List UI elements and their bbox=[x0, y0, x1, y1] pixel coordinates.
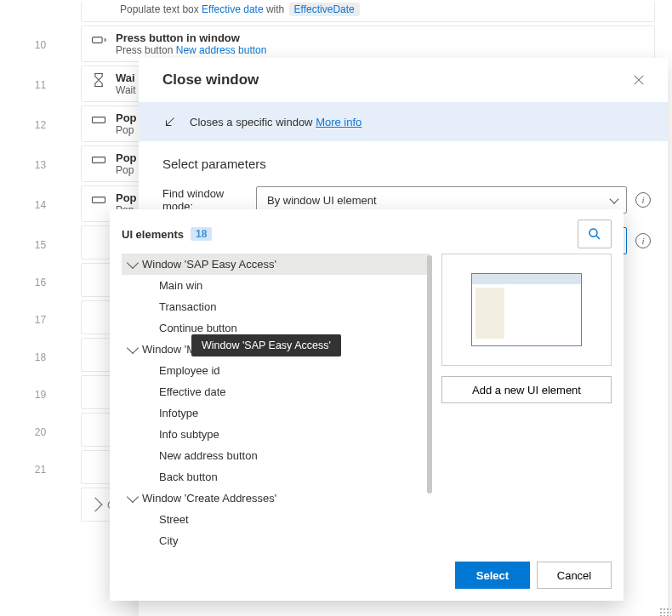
step-sub: Pop bbox=[116, 164, 137, 176]
ui-elements-count-badge: 18 bbox=[191, 227, 212, 241]
press-button-icon bbox=[90, 31, 107, 48]
svg-rect-2 bbox=[93, 157, 105, 163]
tree-item[interactable]: Window 'Create Addresses' bbox=[122, 488, 430, 509]
tree-item[interactable]: Window 'SAP Easy Access' bbox=[122, 254, 430, 275]
tree-item-label: Effective date bbox=[159, 385, 226, 398]
tree-item-label: Street bbox=[159, 513, 189, 526]
step-num: 13 bbox=[0, 144, 81, 171]
step-sub: Wait bbox=[116, 84, 136, 96]
ui-elements-tree: Window 'SAP Easy Access'Main winTransact… bbox=[122, 254, 430, 551]
chevron-down-icon bbox=[127, 491, 139, 503]
tree-item[interactable]: Infotype bbox=[122, 402, 430, 424]
step-num: 17 bbox=[0, 299, 81, 326]
chevron-right-icon bbox=[88, 498, 103, 512]
step-num: 21 bbox=[0, 448, 81, 476]
populate-icon bbox=[90, 111, 107, 128]
step-title: Pop bbox=[116, 191, 137, 204]
tree-item[interactable]: Transaction bbox=[122, 296, 430, 317]
step-num: 19 bbox=[0, 374, 81, 401]
tree-item-label: Transaction bbox=[159, 300, 216, 313]
search-button[interactable] bbox=[578, 220, 612, 248]
find-window-mode-value: By window UI element bbox=[267, 194, 377, 207]
populate-icon bbox=[90, 151, 107, 168]
add-ui-element-button[interactable]: Add a new UI element bbox=[441, 376, 612, 403]
step-title: Pop bbox=[116, 111, 137, 124]
tree-item[interactable]: Back button bbox=[122, 466, 430, 488]
workflow-step-partial[interactable]: Populate text box Effective date with Ef… bbox=[81, 2, 655, 22]
cancel-button[interactable]: Cancel bbox=[537, 562, 612, 589]
step-title: Wai bbox=[116, 71, 136, 84]
close-icon bbox=[633, 74, 645, 86]
workflow-step[interactable]: Press button in window Press button New … bbox=[81, 26, 655, 62]
step-sub: Pop bbox=[116, 124, 137, 136]
svg-rect-1 bbox=[93, 117, 105, 123]
step-title: Press button in window bbox=[116, 31, 266, 44]
tree-item[interactable]: New address button bbox=[122, 445, 430, 466]
tree-item[interactable]: Employee id bbox=[122, 360, 430, 381]
step-num: 10 bbox=[0, 24, 81, 51]
tree-item-label: Main win bbox=[159, 279, 202, 292]
tree-item-label: New address button bbox=[159, 449, 258, 462]
tree-item[interactable]: Effective date bbox=[122, 381, 430, 402]
info-icon[interactable]: i bbox=[635, 192, 651, 208]
tree-item-label: Infotype bbox=[159, 407, 198, 419]
tree-item[interactable]: Main win bbox=[122, 275, 430, 296]
banner-text: Closes a specific window bbox=[190, 116, 316, 128]
svg-rect-3 bbox=[93, 197, 105, 203]
select-button[interactable]: Select bbox=[455, 562, 530, 589]
scrollbar[interactable] bbox=[427, 255, 432, 493]
step-num: 15 bbox=[0, 224, 81, 251]
step-num: 14 bbox=[0, 184, 81, 211]
tree-item-label: Info subtype bbox=[159, 428, 219, 441]
dialog-banner: Closes a specific window More info bbox=[139, 102, 668, 141]
tree-item-label: Continue button bbox=[159, 322, 237, 334]
tree-item-label: Employee id bbox=[159, 364, 220, 377]
dialog-close-button[interactable] bbox=[629, 70, 649, 90]
svg-rect-0 bbox=[93, 37, 103, 43]
step-sub: Press button bbox=[116, 44, 176, 56]
partial-mid: with bbox=[266, 3, 288, 15]
resize-handle-icon[interactable] bbox=[659, 607, 671, 616]
partial-link[interactable]: Effective date bbox=[202, 3, 264, 15]
search-icon bbox=[587, 226, 602, 242]
step-num: 11 bbox=[0, 64, 81, 91]
step-title: Pop bbox=[116, 151, 137, 164]
step-num: 18 bbox=[0, 336, 81, 363]
populate-icon bbox=[90, 191, 107, 208]
chevron-down-icon bbox=[127, 257, 139, 269]
section-title: Select parameters bbox=[139, 141, 668, 180]
info-icon[interactable]: i bbox=[635, 233, 651, 248]
tree-item-label: Window 'SAP Easy Access' bbox=[142, 258, 276, 271]
tree-item-label: Back button bbox=[159, 471, 218, 483]
step-num: 12 bbox=[0, 104, 81, 131]
partial-text: Populate text box bbox=[120, 3, 202, 15]
ui-elements-dropdown: UI elements 18 Window 'SAP Easy Access'M… bbox=[110, 209, 624, 601]
more-info-link[interactable]: More info bbox=[316, 116, 362, 128]
step-num: 16 bbox=[0, 261, 81, 288]
partial-pill: EffectiveDate bbox=[289, 3, 360, 16]
dialog-title: Close window bbox=[162, 71, 259, 88]
wait-icon bbox=[90, 71, 107, 88]
tree-item[interactable]: Info subtype bbox=[122, 424, 430, 445]
ui-elements-header: UI elements bbox=[122, 228, 184, 241]
svg-point-4 bbox=[589, 229, 597, 237]
tree-item[interactable]: City bbox=[122, 530, 430, 551]
tooltip: Window 'SAP Easy Access' bbox=[191, 334, 341, 356]
tree-item-label: Window 'Create Addresses' bbox=[142, 492, 276, 505]
step-sub-link[interactable]: New address button bbox=[176, 44, 267, 56]
chevron-down-icon bbox=[127, 342, 139, 354]
chevron-down-icon bbox=[609, 194, 618, 203]
preview-box bbox=[441, 254, 612, 366]
step-num: 20 bbox=[0, 411, 81, 438]
tree-item[interactable]: Street bbox=[122, 509, 430, 530]
preview-thumbnail bbox=[471, 273, 582, 346]
tree-item-label: City bbox=[159, 534, 178, 547]
arrow-down-left-icon bbox=[162, 114, 178, 129]
